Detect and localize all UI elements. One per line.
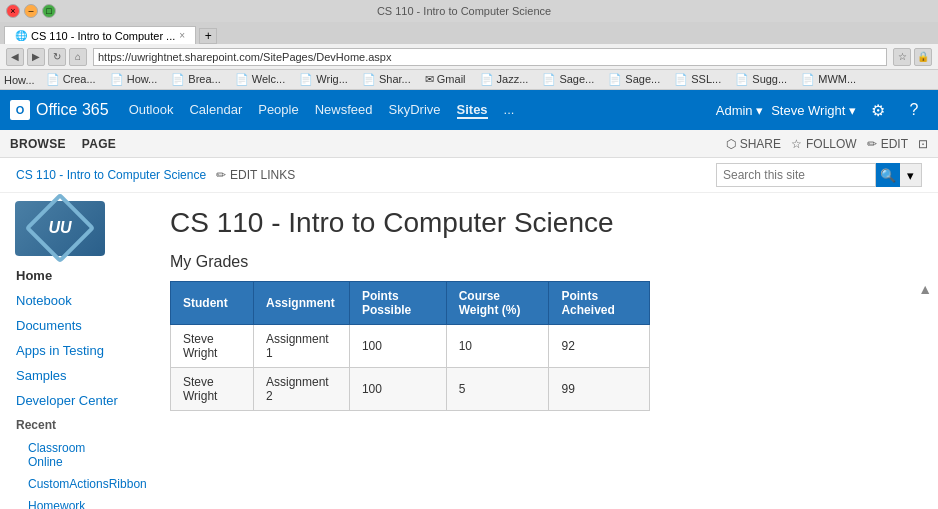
- cell-points-2: 100: [349, 368, 446, 411]
- bookmark-ssl[interactable]: 📄 SSL...: [669, 72, 726, 87]
- browser-tabs: 🌐 CS 110 - Intro to Computer ... × +: [0, 22, 938, 44]
- help-icon[interactable]: ?: [900, 96, 928, 124]
- cell-student-1: Steve Wright: [171, 325, 254, 368]
- site-logo: UU: [0, 193, 120, 263]
- bookmark-crea[interactable]: 📄 Crea...: [41, 72, 101, 87]
- col-student: Student: [171, 282, 254, 325]
- main-content: CS 110 - Intro to Computer Science My Gr…: [150, 193, 938, 509]
- ribbon-page[interactable]: PAGE: [82, 137, 116, 151]
- edit-action[interactable]: ✏ EDIT: [867, 137, 908, 151]
- edit-links-label: EDIT LINKS: [230, 168, 295, 182]
- close-btn[interactable]: ×: [6, 4, 20, 18]
- cell-points-1: 100: [349, 325, 446, 368]
- bookmark-sage2[interactable]: 📄 Sage...: [603, 72, 665, 87]
- office365-label: Office 365: [36, 101, 109, 119]
- browser-extra-controls: ☆ 🔒: [893, 48, 932, 66]
- nav-more[interactable]: ...: [504, 102, 515, 119]
- tab-close-icon[interactable]: ×: [179, 30, 185, 41]
- sidebar-item-apps[interactable]: Apps in Testing: [0, 338, 150, 363]
- table-row: Steve Wright Assignment 2 100 5 99: [171, 368, 650, 411]
- refresh-button[interactable]: ↻: [48, 48, 66, 66]
- sharepoint-topbar: O Office 365 Outlook Calendar People New…: [0, 90, 938, 130]
- sidebar-recent-homework[interactable]: Homework: [0, 495, 150, 509]
- search-input[interactable]: [716, 163, 876, 187]
- ribbon-actions: ⬡ SHARE ☆ FOLLOW ✏ EDIT ⊡: [726, 137, 928, 151]
- page-title: CS 110 - Intro to Computer Science: [170, 207, 918, 239]
- forward-button[interactable]: ▶: [27, 48, 45, 66]
- nav-people[interactable]: People: [258, 102, 298, 119]
- minimize-btn[interactable]: –: [24, 4, 38, 18]
- admin-menu[interactable]: Admin ▾: [716, 103, 763, 118]
- sidebar-item-developer[interactable]: Developer Center: [0, 388, 150, 413]
- browser-address-bar: ◀ ▶ ↻ ⌂ ☆ 🔒: [0, 44, 938, 70]
- bookmark-how[interactable]: 📄 How...: [105, 72, 163, 87]
- address-input[interactable]: [93, 48, 887, 66]
- bookmark-brea[interactable]: 📄 Brea...: [166, 72, 225, 87]
- tab-label: CS 110 - Intro to Computer ...: [31, 30, 175, 42]
- window-controls[interactable]: × – □: [6, 4, 56, 18]
- scroll-up-arrow[interactable]: ▲: [918, 281, 932, 297]
- follow-label: FOLLOW: [806, 137, 857, 151]
- nav-skydrive[interactable]: SkyDrive: [389, 102, 441, 119]
- cell-weight-1: 10: [446, 325, 549, 368]
- recent-section-label: Recent: [0, 413, 150, 437]
- security-icon[interactable]: 🔒: [914, 48, 932, 66]
- logo-text: UU: [48, 219, 71, 237]
- expand-button[interactable]: ⊡: [918, 137, 928, 151]
- sidebar-item-samples[interactable]: Samples: [0, 363, 150, 388]
- cell-achieved-1: 92: [549, 325, 650, 368]
- breadcrumb-link[interactable]: CS 110 - Intro to Computer Science: [16, 168, 206, 182]
- search-dropdown-button[interactable]: ▾: [900, 163, 922, 187]
- col-points: Points Possible: [349, 282, 446, 325]
- window-title: CS 110 - Intro to Computer Science: [56, 5, 872, 17]
- office365-logo[interactable]: O Office 365: [10, 100, 109, 120]
- search-container: 🔍 ▾: [716, 163, 922, 187]
- grades-section-title: My Grades: [170, 253, 918, 271]
- sidebar-item-documents[interactable]: Documents: [0, 313, 150, 338]
- share-action[interactable]: ⬡ SHARE: [726, 137, 781, 151]
- cell-assignment-2: Assignment 2: [254, 368, 350, 411]
- edit-icon: ✏: [867, 137, 877, 151]
- active-tab[interactable]: 🌐 CS 110 - Intro to Computer ... ×: [4, 26, 196, 44]
- bookmark-shar[interactable]: 📄 Shar...: [357, 72, 416, 87]
- user-menu[interactable]: Steve Wright ▾: [771, 103, 856, 118]
- new-tab-button[interactable]: +: [199, 28, 217, 44]
- nav-newsfeed[interactable]: Newsfeed: [315, 102, 373, 119]
- follow-icon: ☆: [791, 137, 802, 151]
- nav-outlook[interactable]: Outlook: [129, 102, 174, 119]
- ribbon-browse[interactable]: BROWSE: [10, 137, 66, 151]
- bookmark-sage1[interactable]: 📄 Sage...: [537, 72, 599, 87]
- table-header-row: Student Assignment Points Possible Cours…: [171, 282, 650, 325]
- bookmark-welc[interactable]: 📄 Welc...: [230, 72, 290, 87]
- search-button[interactable]: 🔍: [876, 163, 900, 187]
- settings-icon[interactable]: ⚙: [864, 96, 892, 124]
- browser-nav-buttons[interactable]: ◀ ▶ ↻ ⌂: [6, 48, 87, 66]
- back-button[interactable]: ◀: [6, 48, 24, 66]
- bookmarks-label: How...: [4, 74, 35, 86]
- browser-title-bar: × – □ CS 110 - Intro to Computer Science: [0, 0, 938, 22]
- sidebar-recent-classroom[interactable]: Classroom Online: [0, 437, 150, 473]
- edit-links-icon: ✏: [216, 168, 226, 182]
- sidebar-item-notebook[interactable]: Notebook: [0, 288, 150, 313]
- home-button[interactable]: ⌂: [69, 48, 87, 66]
- logo-graphic: UU: [15, 201, 105, 256]
- bookmark-wrig[interactable]: 📄 Wrig...: [294, 72, 353, 87]
- bookmark-star[interactable]: ☆: [893, 48, 911, 66]
- bookmark-mwm[interactable]: 📄 MWM...: [796, 72, 861, 87]
- edit-links-small[interactable]: ✏ EDIT LINKS: [216, 168, 295, 182]
- follow-action[interactable]: ☆ FOLLOW: [791, 137, 857, 151]
- cell-student-2: Steve Wright: [171, 368, 254, 411]
- maximize-btn[interactable]: □: [42, 4, 56, 18]
- sidebar-item-home[interactable]: Home: [0, 263, 150, 288]
- sharepoint-ribbon: BROWSE PAGE ⬡ SHARE ☆ FOLLOW ✏ EDIT ⊡: [0, 130, 938, 158]
- col-achieved: Points Acheived: [549, 282, 650, 325]
- grades-section: My Grades ▲ Student Assignment Points Po…: [170, 253, 918, 411]
- nav-sites[interactable]: Sites: [457, 102, 488, 119]
- sidebar-recent-customactions[interactable]: CustomActionsRibbon: [0, 473, 150, 495]
- nav-calendar[interactable]: Calendar: [189, 102, 242, 119]
- bookmark-jazz[interactable]: 📄 Jazz...: [475, 72, 534, 87]
- cell-assignment-1: Assignment 1: [254, 325, 350, 368]
- bookmark-gmail[interactable]: ✉ Gmail: [420, 72, 471, 87]
- bookmark-sugg[interactable]: 📄 Sugg...: [730, 72, 792, 87]
- col-assignment: Assignment: [254, 282, 350, 325]
